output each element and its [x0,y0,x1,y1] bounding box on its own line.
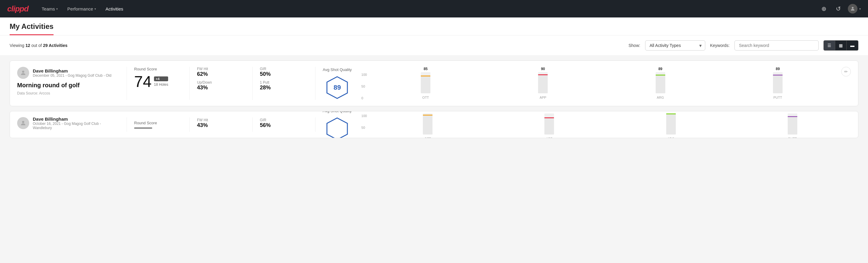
user-row-2: Dave Billingham October 16, 2021 - Gog M… [17,116,119,130]
y-label-0-c2: 0 [362,138,367,138]
stats-section-2: GIR 50% 1 Putt 28% [260,67,308,94]
bar-value-label: 90 [541,67,545,71]
bar-group: 94OTT [369,111,486,138]
card-divider [127,67,127,100]
user-info: Dave Billingham December 05, 2021 - Gog … [33,68,111,78]
bar-group: 87PUTT [734,111,851,138]
fw-hit-row-2: FW Hit 43% [197,118,245,128]
view-grid-button[interactable]: ▦ [835,40,847,50]
bar-x-label: APP [539,96,546,99]
bar-x-label: OTT [424,137,431,138]
viewing-text: Viewing 12 out of 29 Activities [10,43,624,48]
fw-hit-label-2: FW Hit [197,118,245,122]
bar-wrapper [423,113,433,135]
bar-fill [656,75,665,93]
avatar [848,4,858,13]
view-toggle: ☰ ▦ ▬ [824,40,858,51]
performance-chevron-icon: ▾ [94,7,96,10]
nav-teams[interactable]: Teams ▾ [38,4,61,14]
stats-section-c2: FW Hit 43% [197,118,245,132]
viewing-out-of: out of [30,43,43,48]
activity-card: Dave Billingham December 05, 2021 - Gog … [10,60,858,106]
score-dash [134,127,152,128]
activity-card-2: Dave Billingham October 16, 2021 - Gog M… [10,111,858,138]
activities-content: Dave Billingham December 05, 2021 - Gog … [0,60,868,150]
viewing-total: 29 [43,43,48,48]
avatar-2 [17,117,29,129]
activity-type-select[interactable]: All Activity Types [645,40,705,51]
bar-wrapper [666,113,676,135]
bar-x-label: PUTT [774,96,782,99]
one-putt-row: 1 Putt 28% [260,80,308,91]
svg-point-3 [22,121,24,123]
y-label-50-c2: 50 [362,126,367,129]
card-divider-2 [189,67,190,100]
bar-fill [538,74,548,93]
bar-color-line [788,116,797,117]
holes-text: 18 Holes [154,83,168,87]
view-compact-button[interactable]: ▬ [847,40,858,50]
bar-color-line [545,117,554,118]
compact-icon: ▬ [850,43,855,48]
bar-group: 89PUTT [721,67,834,99]
fw-hit-row: FW Hit 62% [197,67,245,77]
hexagon-container: Avg Shot Quality 89 [323,67,352,99]
bars-area-2: 94OTT82APP106ARG87PUTT [369,111,851,138]
fw-hit-value: 62% [197,71,245,77]
card-left-2: Dave Billingham October 16, 2021 - Gog M… [17,116,119,133]
one-putt-value: 28% [260,85,308,91]
view-list-button[interactable]: ☰ [824,40,835,50]
round-score-label: Round Score [134,67,182,71]
nav-performance[interactable]: Performance ▾ [64,4,99,14]
quality-section: Avg Shot Quality 89 100 50 0 85OTT90APP8… [323,67,834,100]
user-date: December 05, 2021 - Gog Magog Golf Club … [33,74,111,78]
card-divider-c2-3 [252,117,253,132]
bar-wrapper [788,113,797,135]
y-label-0: 0 [362,96,367,100]
add-icon-button[interactable]: ⊕ [819,4,829,13]
hex-shape-2 [325,117,349,139]
bar-color-line [423,115,433,116]
chart-y-labels-2: 100 50 0 [362,114,367,138]
bar-color-line [538,74,548,75]
card-divider-c2-2 [189,117,190,132]
bar-x-label: OTT [422,96,429,99]
bar-wrapper [545,113,554,135]
nav-right: ⊕ ↺ ▾ [819,4,861,13]
bar-fill [545,117,554,135]
avatar-chevron-icon: ▾ [859,7,861,10]
updown-value: 43% [197,85,245,91]
one-putt-label: 1 Putt [260,80,308,85]
score-row: 74 +4 18 Holes [134,74,182,89]
bar-value-label: 89 [776,67,780,71]
avg-shot-quality-label: Avg Shot Quality [323,67,352,72]
svg-point-0 [852,7,854,9]
y-label-100-c2: 100 [362,114,367,118]
bar-x-label: ARG [668,137,675,138]
logo[interactable]: clippd [7,4,29,13]
hexagon-container-2: Avg Shot Quality [323,111,352,138]
bar-value-label: 106 [668,111,674,112]
score-detail: +4 18 Holes [154,77,168,87]
card-divider-4 [315,67,315,100]
bar-value-label: 87 [790,111,794,112]
nav-activities[interactable]: Activities [102,4,127,14]
card-left: Dave Billingham December 05, 2021 - Gog … [17,67,119,95]
grid-icon: ▦ [839,43,843,48]
refresh-icon-button[interactable]: ↺ [833,4,843,13]
avg-shot-quality-label-2: Avg Shot Quality [323,111,352,113]
teams-chevron-icon: ▾ [56,7,58,10]
filter-bar: Viewing 12 out of 29 Activities Show: Al… [0,35,868,56]
bars-area: 85OTT90APP89ARG89PUTT [369,67,834,99]
edit-button[interactable]: ✏ [841,67,851,77]
search-input[interactable] [735,40,819,51]
user-name-2: Dave Billingham [33,116,119,122]
bar-color-line [666,113,676,114]
bar-fill [773,75,783,93]
bar-fill [666,113,676,135]
chart-area-2: 100 50 0 94OTT82APP106ARG87PUTT [362,111,851,138]
avatar-button[interactable]: ▾ [848,4,861,13]
user-row: Dave Billingham December 05, 2021 - Gog … [17,67,119,79]
svg-point-1 [22,71,24,73]
gir-row: GIR 50% [260,67,308,77]
